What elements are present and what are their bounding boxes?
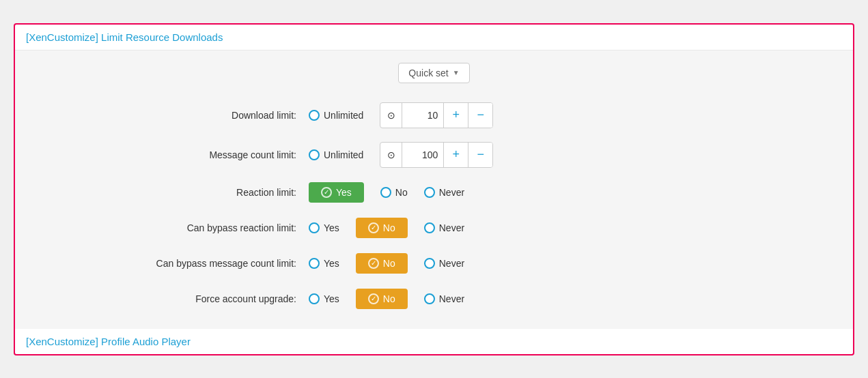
- bypass-message-no-button[interactable]: ✓ No: [356, 253, 408, 274]
- reaction-yes-check-icon: ✓: [321, 187, 332, 198]
- download-unlimited-label: Unlimited: [324, 110, 363, 121]
- force-upgrade-yes-option[interactable]: Yes: [309, 293, 339, 304]
- message-unlimited-label: Unlimited: [324, 149, 363, 160]
- reaction-no-label: No: [395, 187, 408, 198]
- reaction-no-option[interactable]: No: [380, 187, 408, 198]
- message-decrement-button[interactable]: −: [468, 143, 492, 167]
- force-upgrade-never-radio: [424, 293, 435, 304]
- message-count-limit-row: Message count limit: Unlimited ⊙ + −: [15, 135, 853, 175]
- bypass-reaction-never-radio: [424, 222, 435, 233]
- reaction-limit-controls: ✓ Yes No Never: [309, 182, 853, 203]
- download-unlimited-option[interactable]: Unlimited: [309, 110, 363, 121]
- bypass-message-never-label: Never: [439, 258, 464, 269]
- force-upgrade-never-option[interactable]: Never: [424, 293, 464, 304]
- force-upgrade-yes-label: Yes: [324, 293, 339, 304]
- message-number-input[interactable]: [402, 143, 443, 167]
- force-upgrade-no-check-icon: ✓: [368, 293, 379, 304]
- bypass-message-yes-option[interactable]: Yes: [309, 258, 339, 269]
- bypass-message-no-label: No: [383, 258, 395, 269]
- reaction-never-label: Never: [439, 187, 464, 198]
- reaction-limit-label: Reaction limit:: [15, 187, 309, 198]
- bypass-message-label: Can bypass message count limit:: [15, 258, 309, 269]
- quick-set-button[interactable]: Quick set ▼: [398, 63, 469, 83]
- bypass-message-never-radio: [424, 258, 435, 269]
- reaction-never-radio: [424, 187, 435, 198]
- force-upgrade-no-label: No: [383, 293, 395, 304]
- download-number-input[interactable]: [402, 103, 443, 128]
- message-number-group: ⊙ + −: [380, 142, 493, 168]
- download-check-icon: ⊙: [380, 103, 402, 128]
- force-upgrade-row: Force account upgrade: Yes ✓ No Never: [15, 281, 853, 317]
- bypass-message-yes-label: Yes: [324, 258, 339, 269]
- download-unlimited-radio: [309, 110, 320, 121]
- force-upgrade-yes-radio: [309, 293, 320, 304]
- download-number-group: ⊙ + −: [380, 102, 493, 128]
- bypass-reaction-never-option[interactable]: Never: [424, 222, 464, 233]
- bypass-reaction-yes-label: Yes: [324, 222, 339, 233]
- bypass-reaction-never-label: Never: [439, 222, 464, 233]
- bypass-message-controls: Yes ✓ No Never: [309, 253, 853, 274]
- reaction-never-option[interactable]: Never: [424, 187, 464, 198]
- message-count-controls: Unlimited ⊙ + −: [309, 142, 853, 168]
- bypass-message-never-option[interactable]: Never: [424, 258, 464, 269]
- bypass-reaction-yes-option[interactable]: Yes: [309, 222, 339, 233]
- download-limit-controls: Unlimited ⊙ + −: [309, 102, 853, 128]
- download-limit-row: Download limit: Unlimited ⊙ + −: [15, 96, 853, 135]
- reaction-yes-button[interactable]: ✓ Yes: [309, 182, 364, 203]
- reaction-no-radio: [380, 187, 391, 198]
- bypass-reaction-row: Can bypass reaction limit: Yes ✓ No Neve…: [15, 210, 853, 246]
- bypass-reaction-no-button[interactable]: ✓ No: [356, 218, 408, 238]
- force-upgrade-label: Force account upgrade:: [15, 293, 309, 304]
- bypass-message-row: Can bypass message count limit: Yes ✓ No…: [15, 246, 853, 281]
- force-upgrade-never-label: Never: [439, 293, 464, 304]
- message-increment-button[interactable]: +: [443, 143, 468, 167]
- top-section-title[interactable]: [XenCustomize] Limit Resource Downloads: [15, 25, 853, 50]
- section-body: Quick set ▼ Download limit: Unlimited ⊙ …: [15, 50, 853, 329]
- download-decrement-button[interactable]: −: [468, 103, 492, 128]
- download-limit-label: Download limit:: [15, 110, 309, 121]
- bypass-reaction-label: Can bypass reaction limit:: [15, 222, 309, 233]
- reaction-yes-label: Yes: [336, 187, 352, 198]
- bypass-reaction-yes-radio: [309, 222, 320, 233]
- message-check-icon: ⊙: [380, 143, 402, 167]
- force-upgrade-no-button[interactable]: ✓ No: [356, 289, 408, 309]
- bypass-reaction-controls: Yes ✓ No Never: [309, 218, 853, 238]
- force-upgrade-controls: Yes ✓ No Never: [309, 289, 853, 309]
- reaction-limit-row: Reaction limit: ✓ Yes No Never: [15, 175, 853, 210]
- quick-set-arrow: ▼: [453, 69, 460, 76]
- bypass-message-yes-radio: [309, 258, 320, 269]
- bottom-section-title[interactable]: [XenCustomize] Profile Audio Player: [15, 329, 853, 354]
- bypass-message-no-check-icon: ✓: [368, 258, 379, 269]
- message-count-limit-label: Message count limit:: [15, 149, 309, 160]
- download-increment-button[interactable]: +: [443, 103, 468, 128]
- quick-set-label: Quick set: [408, 68, 448, 78]
- message-unlimited-radio: [309, 149, 320, 160]
- quick-set-row: Quick set ▼: [15, 63, 853, 83]
- bypass-reaction-no-label: No: [383, 222, 395, 233]
- main-container: [XenCustomize] Limit Resource Downloads …: [14, 23, 854, 355]
- message-unlimited-option[interactable]: Unlimited: [309, 149, 363, 160]
- bypass-reaction-no-check-icon: ✓: [368, 222, 379, 233]
